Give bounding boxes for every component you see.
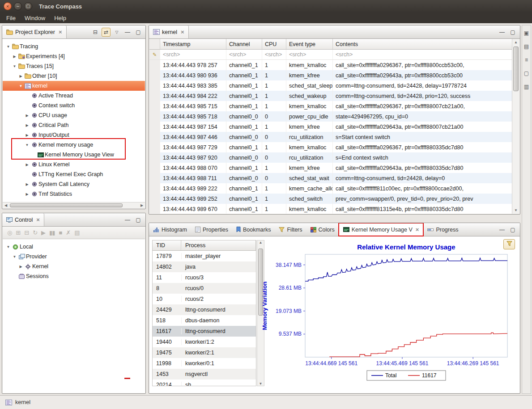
filter-input-contents[interactable]: <srch> <box>333 50 512 59</box>
table-row[interactable]: 13:44:44.443 989 222channel0_11kmem_cach… <box>149 183 512 194</box>
scrollbar-thumb[interactable] <box>513 46 519 91</box>
tree-item-lttng-kernel-exec-graph[interactable]: LTTng Kernel Exec Graph <box>3 169 145 179</box>
tree-item-kernel[interactable]: ▼kernel <box>3 81 145 91</box>
process-row[interactable]: 518dbus-daemon <box>153 315 256 326</box>
tree-item-input-output[interactable]: ▶Input/Output <box>3 130 145 140</box>
close-icon[interactable]: × <box>59 29 62 35</box>
restore-view-2-icon[interactable]: ▢ <box>524 70 529 76</box>
expand-arrow-icon[interactable]: ▶ <box>18 265 24 269</box>
expand-arrow-icon[interactable]: ▶ <box>24 133 30 137</box>
table-row[interactable]: 13:44:44.443 988 711channel0_00sched_sta… <box>149 173 512 183</box>
menu-help[interactable]: Help <box>50 14 71 22</box>
column-header-tid[interactable]: TID <box>153 240 181 250</box>
table-row[interactable]: 13:44:44.443 987 154channel0_11kmem_kfre… <box>149 122 512 132</box>
process-row[interactable]: 24429lttng-consumerd <box>153 304 256 315</box>
table-row[interactable]: 13:44:44.443 987 920channel0_00rcu_utili… <box>149 152 512 163</box>
table-row[interactable]: 13:44:44.443 987 729channel0_11kmem_kmal… <box>149 142 512 152</box>
window-close-button[interactable]: × <box>4 2 12 10</box>
outline-view-icon[interactable]: ≡ <box>525 57 528 63</box>
menu-window[interactable]: Window <box>20 14 50 22</box>
tree-item-provider[interactable]: ▼Provider <box>3 252 145 261</box>
minimize-icon[interactable]: — <box>498 28 506 37</box>
tab-colors[interactable]: Colors <box>306 223 339 236</box>
filter-input-event-type[interactable]: <srch> <box>286 50 333 59</box>
tree-item-traces-15[interactable]: ▼Traces [15] <box>3 61 145 71</box>
collapse-arrow-icon[interactable]: ▼ <box>12 64 17 68</box>
filter-input-timestamp[interactable]: <srch> <box>160 50 226 59</box>
collapse-arrow-icon[interactable]: ▼ <box>12 255 17 259</box>
tree-item-linux-kernel[interactable]: ▶Linux Kernel <box>3 160 145 169</box>
events-vscrollbar[interactable]: ▲ ▼ <box>512 39 519 214</box>
minimize-icon[interactable]: — <box>123 28 132 37</box>
table-view-icon[interactable]: ▤ <box>524 43 529 50</box>
table-row[interactable]: 13:44:44.443 987 446channel0_00rcu_utili… <box>149 132 512 142</box>
restore-view-icon[interactable]: ▣ <box>524 30 529 36</box>
collapse-arrow-icon[interactable]: ▼ <box>18 84 24 88</box>
close-icon[interactable]: × <box>36 216 40 223</box>
expand-arrow-icon[interactable]: ▶ <box>24 163 30 167</box>
minimize-icon[interactable]: — <box>498 225 506 234</box>
minimize-icon[interactable]: — <box>123 215 132 224</box>
tab-control[interactable]: Control × <box>2 213 44 226</box>
tree-item-sessions[interactable]: Sessions <box>3 271 145 281</box>
tab-filters[interactable]: Filters <box>275 223 306 236</box>
expand-arrow-icon[interactable]: ▶ <box>24 123 30 127</box>
process-row[interactable]: 19440kworker/1:2 <box>153 337 256 347</box>
table-row[interactable]: 13:44:44.443 988 070channel0_11kmem_kfre… <box>149 163 512 173</box>
table-row[interactable]: 13:44:44.443 983 385channel0_11sched_sta… <box>149 80 512 91</box>
expand-arrow-icon[interactable]: ▶ <box>12 55 17 59</box>
process-row[interactable]: 14802java <box>153 261 256 272</box>
scroll-right-icon[interactable]: ▶ <box>139 202 145 208</box>
expand-arrow-icon[interactable]: ▶ <box>18 74 24 78</box>
table-row[interactable]: 13:44:44.443 984 222channel0_11sched_wak… <box>149 91 512 101</box>
collapse-arrow-icon[interactable]: ▼ <box>5 245 11 249</box>
close-icon[interactable]: × <box>181 29 184 35</box>
table-row[interactable]: 13:44:44.443 985 715channel0_11kmem_kmal… <box>149 101 512 111</box>
tree-item-tmf-statistics[interactable]: ▶Tmf Statistics <box>3 189 145 199</box>
tab-kernel-memory-usage-v[interactable]: Kernel Memory Usage V× <box>339 223 424 236</box>
tree-item-kernel-memory-usage-view[interactable]: Kernel Memory Usage View <box>3 150 145 160</box>
process-row[interactable]: 11617lttng-consumerd <box>153 326 256 337</box>
process-row[interactable]: 19475kworker/2:1 <box>153 347 256 358</box>
tab-histogram[interactable]: Histogram <box>149 223 191 236</box>
tree-item-system-call-latency[interactable]: ▶System Call Latency <box>3 179 145 189</box>
process-row[interactable]: 11998kworker/0:1 <box>153 358 256 369</box>
tree-item-experiments-4[interactable]: ▶Experiments [4] <box>3 51 145 61</box>
process-row[interactable]: 17879master_player <box>153 251 256 261</box>
collapse-all-icon[interactable]: ⊟ <box>91 28 100 37</box>
menu-file[interactable]: File <box>2 14 20 22</box>
process-row[interactable]: 8rcuos/0 <box>153 283 256 294</box>
window-maximize-button[interactable]: ▢ <box>24 2 32 10</box>
scroll-up-icon[interactable]: ▲ <box>512 39 519 46</box>
table-row[interactable]: 13:44:44.443 989 252channel0_11sched_swi… <box>149 194 512 204</box>
tab-properties[interactable]: Properties <box>191 223 232 236</box>
column-header-process[interactable]: Process <box>181 240 256 250</box>
expand-arrow-icon[interactable]: ▶ <box>24 192 30 196</box>
maximize-icon[interactable]: ▢ <box>134 215 143 224</box>
tree-item-active-thread[interactable]: Active Thread <box>3 91 145 101</box>
scrollbar-thumb[interactable] <box>10 203 123 207</box>
tab-kernel-editor[interactable]: kernel × <box>149 25 189 38</box>
tree-item-context-switch[interactable]: Context switch <box>3 101 145 110</box>
tab-progress[interactable]: Progress <box>423 223 462 236</box>
project-explorer-hscrollbar[interactable]: ◀ ▶ <box>3 202 145 208</box>
tab-bookmarks[interactable]: Bookmarks <box>232 223 275 236</box>
column-header-cpu[interactable]: CPU <box>262 39 286 49</box>
tree-item-kernel-memory-usage[interactable]: ▼Kernel memory usage <box>3 140 145 150</box>
maximize-icon[interactable]: ▢ <box>508 28 517 37</box>
filter-input-channel[interactable]: <srch> <box>226 50 262 59</box>
table-row[interactable]: 13:44:44.443 978 257channel0_11kmem_kmal… <box>149 60 512 70</box>
tree-item-kernel[interactable]: ▶Kernel <box>3 261 145 271</box>
column-header-contents[interactable]: Contents <box>333 39 512 49</box>
maximize-icon[interactable]: ▢ <box>134 28 143 37</box>
tree-item-tracing[interactable]: ▼Tracing <box>3 42 145 51</box>
events-filter-row[interactable]: ✎<srch><srch><srch><srch><srch> <box>149 50 512 60</box>
tree-item-local[interactable]: ▼Local <box>3 242 145 252</box>
maximize-icon[interactable]: ▢ <box>508 225 517 234</box>
tab-project-explorer[interactable]: Project Explorer × <box>2 25 67 38</box>
table-row[interactable]: 13:44:44.443 989 670channel0_11kmem_kmal… <box>149 204 512 214</box>
tree-item-critical-path[interactable]: ▶Critical Path <box>3 120 145 130</box>
close-icon[interactable]: × <box>416 226 419 233</box>
process-row[interactable]: 11rcuos/3 <box>153 272 256 283</box>
column-header-event-type[interactable]: Event type <box>286 39 333 49</box>
